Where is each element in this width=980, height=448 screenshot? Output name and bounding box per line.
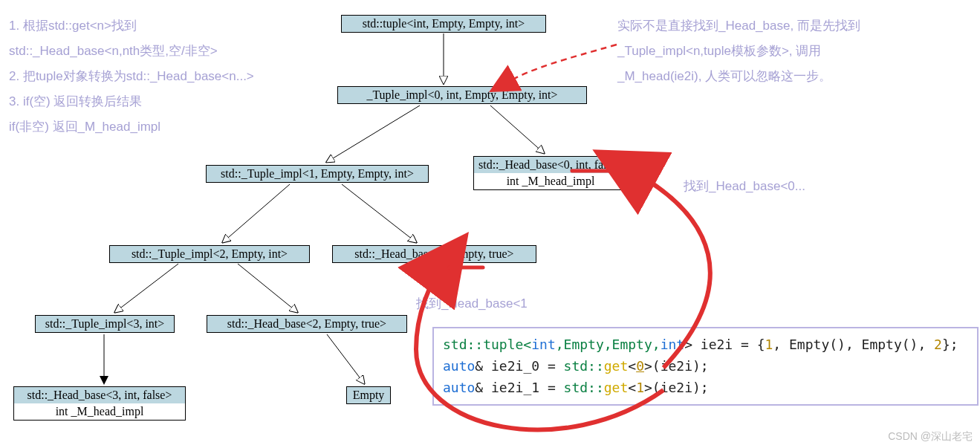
annot-right-r3: _M_head(ie2i), 人类可以忽略这一步。 [617, 64, 860, 89]
annot-left-l2: std::_Head_base<n,nth类型,空/非空> [9, 39, 254, 64]
node-head-base-3: std::_Head_base<3, int, false> [13, 386, 186, 404]
annot-left-l3: 2. 把tuple对象转换为std::_Head_base<n...> [9, 64, 254, 89]
annot-left-l4: 3. if(空) 返回转换后结果 [9, 89, 254, 114]
annot-left-l1: 1. 根据std::get<n>找到 [9, 13, 254, 39]
node-tuple-impl-2: std::_Tuple_impl<2, Empty, int> [109, 245, 310, 263]
annot-left: 1. 根据std::get<n>找到 std::_Head_base<n,nth… [9, 13, 254, 140]
code-line-2: auto& ie2i_0 = std::get<0>(ie2i); [443, 356, 968, 377]
node-head-base-0: std::_Head_base<0, int, false> [473, 156, 628, 174]
annot-find-headbase-1: 找到_Head_base<1 [416, 291, 528, 316]
node-head-base-2: std::_Head_base<2, Empty, true> [207, 315, 407, 333]
code-example: std::tuple<int,Empty,Empty,int> ie2i = {… [432, 327, 979, 406]
code-line-3: auto& ie2i_1 = std::get<1>(ie2i); [443, 377, 968, 399]
svg-line-2 [490, 105, 544, 153]
node-tuple-impl-0: _Tuple_impl<0, int, Empty, Empty, int> [337, 86, 587, 104]
svg-line-1 [327, 105, 420, 162]
node-head-base-1: std::_Head_base<1, Empty, true> [332, 245, 536, 263]
annot-left-l5: if(非空) 返回_M_head_impl [9, 114, 254, 140]
annot-find-headbase-0: 找到_Head_base<0... [684, 174, 805, 199]
svg-line-5 [115, 264, 178, 312]
code-line-1: std::tuple<int,Empty,Empty,int> ie2i = {… [443, 334, 968, 356]
node-tuple-root: std::tuple<int, Empty, Empty, int> [341, 15, 546, 33]
svg-line-8 [327, 334, 364, 383]
node-head-base-3-member: int _M_head_impl [13, 403, 186, 421]
node-empty: Empty [346, 386, 391, 404]
watermark-text: CSDN @深山老宅 [888, 430, 973, 444]
svg-line-6 [238, 264, 297, 312]
svg-line-3 [223, 184, 290, 242]
node-tuple-impl-3: std::_Tuple_impl<3, int> [35, 315, 175, 333]
annot-right-r1: 实际不是直接找到_Head_base, 而是先找到 [617, 13, 860, 39]
node-head-base-0-member: int _M_head_impl [473, 173, 628, 190]
annot-right: 实际不是直接找到_Head_base, 而是先找到 _Tuple_impl<n,… [617, 13, 860, 89]
node-tuple-impl-1: std::_Tuple_impl<1, Empty, Empty, int> [206, 165, 429, 183]
annot-right-r2: _Tuple_impl<n,tuple模板参数>, 调用 [617, 39, 860, 64]
svg-line-4 [342, 184, 416, 242]
